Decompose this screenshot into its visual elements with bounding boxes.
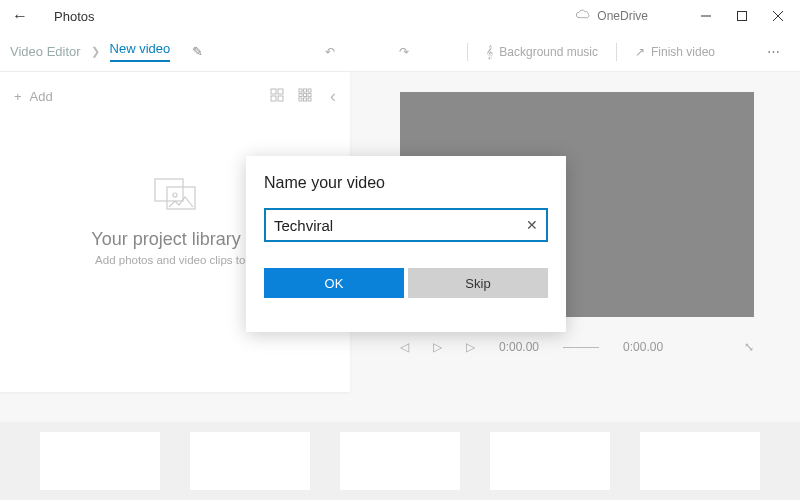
redo-button[interactable]: ↷ bbox=[399, 45, 409, 59]
onedrive-status[interactable]: OneDrive bbox=[575, 9, 648, 24]
svg-rect-12 bbox=[304, 93, 307, 96]
finish-video-button[interactable]: ↗ Finish video bbox=[635, 45, 715, 59]
video-name-input-wrap: ✕ bbox=[264, 208, 548, 242]
svg-rect-11 bbox=[299, 93, 302, 96]
edit-name-icon[interactable]: ✎ bbox=[192, 44, 203, 59]
more-menu[interactable]: ⋯ bbox=[759, 44, 790, 59]
storyboard-slot[interactable] bbox=[640, 432, 760, 490]
prev-frame-button[interactable]: ◁ bbox=[400, 340, 409, 354]
video-name-input[interactable] bbox=[274, 217, 526, 234]
bg-music-label: Background music bbox=[499, 45, 598, 59]
bg-music-button[interactable]: 𝄞 Background music bbox=[486, 45, 598, 59]
svg-rect-1 bbox=[738, 12, 747, 21]
crumb-current[interactable]: New video bbox=[110, 41, 171, 62]
undo-button[interactable]: ↶ bbox=[325, 45, 335, 59]
play-button[interactable]: ▷ bbox=[433, 340, 442, 354]
storyboard-slot[interactable] bbox=[40, 432, 160, 490]
svg-rect-4 bbox=[271, 89, 276, 94]
toolbar-divider bbox=[616, 43, 617, 61]
player-controls: ◁ ▷ ▷ 0:00.00 0:00.00 ⤡ bbox=[400, 340, 754, 354]
clear-input-icon[interactable]: ✕ bbox=[526, 217, 538, 233]
onedrive-label: OneDrive bbox=[597, 9, 648, 23]
cloud-icon bbox=[575, 9, 591, 24]
collapse-library-icon[interactable]: ‹ bbox=[330, 86, 336, 107]
storyboard-strip bbox=[0, 422, 800, 500]
music-icon: 𝄞 bbox=[486, 45, 493, 59]
ok-button[interactable]: OK bbox=[264, 268, 404, 298]
time-current: 0:00.00 bbox=[499, 340, 539, 354]
finish-label: Finish video bbox=[651, 45, 715, 59]
time-total: 0:00.00 bbox=[623, 340, 663, 354]
svg-rect-7 bbox=[278, 96, 283, 101]
svg-rect-16 bbox=[308, 98, 311, 101]
toolbar: Video Editor ❯ New video ✎ ↶ ↷ 𝄞 Backgro… bbox=[0, 32, 800, 72]
svg-rect-10 bbox=[308, 89, 311, 92]
next-frame-button[interactable]: ▷ bbox=[466, 340, 475, 354]
svg-rect-6 bbox=[271, 96, 276, 101]
grid-small-icon[interactable] bbox=[270, 88, 284, 106]
fullscreen-button[interactable]: ⤡ bbox=[744, 340, 754, 354]
back-button[interactable]: ← bbox=[4, 7, 36, 25]
skip-button[interactable]: Skip bbox=[408, 268, 548, 298]
storyboard-slot[interactable] bbox=[190, 432, 310, 490]
crumb-root[interactable]: Video Editor bbox=[10, 44, 81, 59]
name-video-dialog: Name your video ✕ OK Skip bbox=[246, 156, 566, 332]
breadcrumb: Video Editor ❯ New video ✎ bbox=[10, 41, 203, 62]
storyboard-slot[interactable] bbox=[340, 432, 460, 490]
close-button[interactable] bbox=[760, 0, 796, 32]
app-title: Photos bbox=[54, 9, 94, 24]
export-icon: ↗ bbox=[635, 45, 645, 59]
svg-point-19 bbox=[173, 193, 177, 197]
svg-rect-15 bbox=[304, 98, 307, 101]
minimize-button[interactable] bbox=[688, 0, 724, 32]
chevron-right-icon: ❯ bbox=[91, 45, 100, 58]
svg-rect-5 bbox=[278, 89, 283, 94]
dialog-title: Name your video bbox=[264, 174, 548, 192]
maximize-button[interactable] bbox=[724, 0, 760, 32]
svg-rect-8 bbox=[299, 89, 302, 92]
add-label: Add bbox=[30, 89, 53, 104]
grid-large-icon[interactable] bbox=[298, 88, 312, 106]
time-bar[interactable] bbox=[563, 347, 599, 348]
svg-rect-18 bbox=[167, 187, 195, 209]
toolbar-divider bbox=[467, 43, 468, 61]
titlebar: ← Photos OneDrive bbox=[0, 0, 800, 32]
svg-rect-17 bbox=[155, 179, 183, 201]
svg-rect-13 bbox=[308, 93, 311, 96]
svg-rect-9 bbox=[304, 89, 307, 92]
plus-icon: + bbox=[14, 89, 22, 104]
add-media-button[interactable]: + Add bbox=[14, 89, 53, 104]
svg-rect-14 bbox=[299, 98, 302, 101]
storyboard-slot[interactable] bbox=[490, 432, 610, 490]
